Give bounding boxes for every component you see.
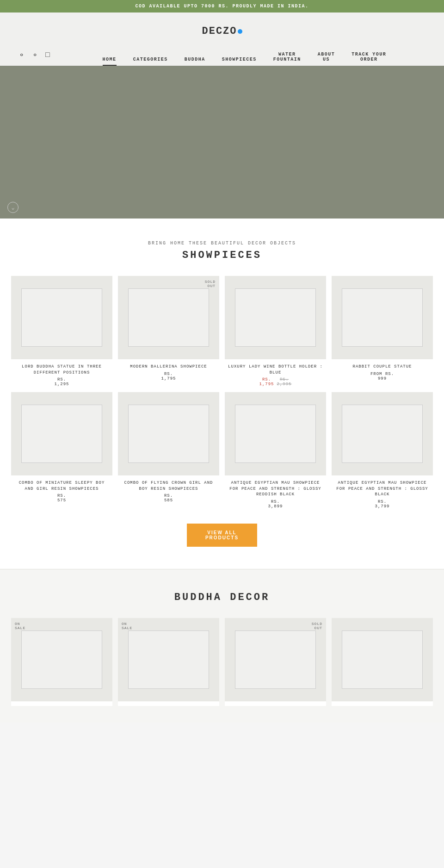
buddha-product-image-2: ONSALE <box>118 618 219 701</box>
product-card-7[interactable]: ANTIQUE EGYPTIAN MAU SHOWPIECE FOR PEACE… <box>225 392 326 509</box>
hero-chevron-down[interactable]: ⌄ <box>7 202 18 213</box>
nav-track-order[interactable]: TRACK YOURORDER <box>343 48 395 66</box>
nav-about-us[interactable]: ABOUTUS <box>309 48 344 66</box>
product-card-5[interactable]: COMBO OF MINIATURE SLEEPY BOY AND GIRL R… <box>11 392 112 509</box>
product-card-2[interactable]: SOLDOUT MODERN BALLERINA SHOWPIECE RS.1,… <box>118 276 219 387</box>
product-image-3 <box>225 276 326 359</box>
product-price-original-3: RS.2,995 <box>277 377 292 387</box>
product-card-6[interactable]: COMBO OF FLYING CROWN GIRL AND BOY RESIN… <box>118 392 219 509</box>
product-price-2: RS.1,795 <box>161 372 176 381</box>
announcement-bar: COD AVAILABLE UPTO 7000 RS. PROUDLY MADE… <box>0 0 444 12</box>
product-price-5: RS.575 <box>57 493 66 503</box>
buddha-product-image-1: ONSALE <box>11 618 112 701</box>
product-grid-row2: COMBO OF MINIATURE SLEEPY BOY AND GIRL R… <box>11 392 433 509</box>
buddha-product-grid: ONSALE ONSALE SOLDOUT <box>11 618 433 706</box>
product-image-4 <box>332 276 433 359</box>
product-price-1: RS.1,295 <box>54 377 69 387</box>
buddha-product-card-2[interactable]: ONSALE <box>118 618 219 706</box>
product-grid-row1: LORD BUDDHA STATUE IN THREE DIFFERENT PO… <box>11 276 433 387</box>
header-icons-row: ⚬ ⚬ □ HOME CATEGORIES BUDDHA SHOWPIECES … <box>18 41 426 66</box>
hero-banner: ⌄ <box>0 66 444 219</box>
product-title-1: LORD BUDDHA STATUE IN THREE DIFFERENT PO… <box>11 364 112 375</box>
product-title-6: COMBO OF FLYING CROWN GIRL AND BOY RESIN… <box>118 480 219 492</box>
product-card-1[interactable]: LORD BUDDHA STATUE IN THREE DIFFERENT PO… <box>11 276 112 387</box>
nav-water-fountain[interactable]: WATERFOUNTAIN <box>265 48 309 66</box>
logo-row: DECZO <box>18 20 426 41</box>
product-image-6 <box>118 392 219 475</box>
buddha-product-card-1[interactable]: ONSALE <box>11 618 112 706</box>
product-card-3[interactable]: LUXURY LADY WINE BOTTLE HOLDER : BLUE RS… <box>225 276 326 387</box>
product-title-5: COMBO OF MINIATURE SLEEPY BOY AND GIRL R… <box>11 480 112 492</box>
main-nav: HOME CATEGORIES BUDDHA SHOWPIECES WATERF… <box>94 44 395 66</box>
logo-dot <box>238 29 242 34</box>
product-title-8: ANTIQUE EGYPTIAN MAU SHOWPIECE FOR PEACE… <box>332 480 433 498</box>
nav-home[interactable]: HOME <box>94 53 125 66</box>
logo-text: DECZO <box>202 25 237 37</box>
nav-categories[interactable]: CATEGORIES <box>125 53 176 66</box>
product-title-2: MODERN BALLERINA SHOWPIECE <box>128 364 209 370</box>
product-image-2: SOLDOUT <box>118 276 219 359</box>
showpieces-section: BRING HOME THESE BEAUTIFUL DECOR OBJECTS… <box>0 219 444 569</box>
product-price-sale-3: RS.1,795 <box>259 377 274 387</box>
product-image-5 <box>11 392 112 475</box>
account-icon[interactable]: ⚬ <box>18 50 25 60</box>
header: DECZO ⚬ ⚬ □ HOME CATEGORIES BUDDHA SHOWP… <box>0 12 444 66</box>
product-price-7: RS.3,899 <box>268 500 283 509</box>
view-all-button[interactable]: VIEW ALLPRODUCTS <box>187 524 257 547</box>
buddha-product-card-3[interactable]: SOLDOUT <box>225 618 326 706</box>
product-card-4[interactable]: RABBIT COUPLE STATUE FROM RS.999 <box>332 276 433 387</box>
logo[interactable]: DECZO <box>202 25 242 37</box>
product-title-4: RABBIT COUPLE STATUE <box>351 364 413 370</box>
product-price-6: RS.585 <box>164 493 173 503</box>
cart-icon[interactable]: □ <box>45 51 50 59</box>
product-image-1 <box>11 276 112 359</box>
product-image-7 <box>225 392 326 475</box>
sold-out-badge-buddha-3: SOLDOUT <box>312 622 322 630</box>
product-price-8: RS.3,799 <box>375 500 389 509</box>
buddha-product-image-4 <box>332 618 433 701</box>
product-title-3: LUXURY LADY WINE BOTTLE HOLDER : BLUE <box>225 364 326 375</box>
on-sale-badge-1: ONSALE <box>15 622 25 630</box>
announcement-text: COD AVAILABLE UPTO 7000 RS. PROUDLY MADE… <box>135 4 308 9</box>
nav-showpieces[interactable]: SHOWPIECES <box>214 53 265 66</box>
sold-out-badge-2: SOLDOUT <box>205 280 216 288</box>
search-icon[interactable]: ⚬ <box>32 50 38 60</box>
view-all-wrap: VIEW ALLPRODUCTS <box>11 524 433 547</box>
product-price-4: FROM RS.999 <box>370 372 394 381</box>
product-title-7: ANTIQUE EGYPTIAN MAU SHOWPIECE FOR PEACE… <box>225 480 326 498</box>
product-card-8[interactable]: ANTIQUE EGYPTIAN MAU SHOWPIECE FOR PEACE… <box>332 392 433 509</box>
showpieces-title: SHOWPIECES <box>11 250 433 261</box>
showpieces-subtitle: BRING HOME THESE BEAUTIFUL DECOR OBJECTS <box>11 241 433 246</box>
product-price-row-3: RS.1,795 RS.2,995 <box>259 377 291 387</box>
on-sale-badge-2: ONSALE <box>122 622 132 630</box>
nav-buddha[interactable]: BUDDHA <box>176 53 214 66</box>
buddha-decor-title: BUDDHA DECOR <box>11 592 433 603</box>
buddha-decor-section: BUDDHA DECOR ONSALE ONSALE SOLDOUT <box>0 569 444 723</box>
product-image-8 <box>332 392 433 475</box>
buddha-product-image-3: SOLDOUT <box>225 618 326 701</box>
buddha-product-card-4 <box>332 618 433 706</box>
